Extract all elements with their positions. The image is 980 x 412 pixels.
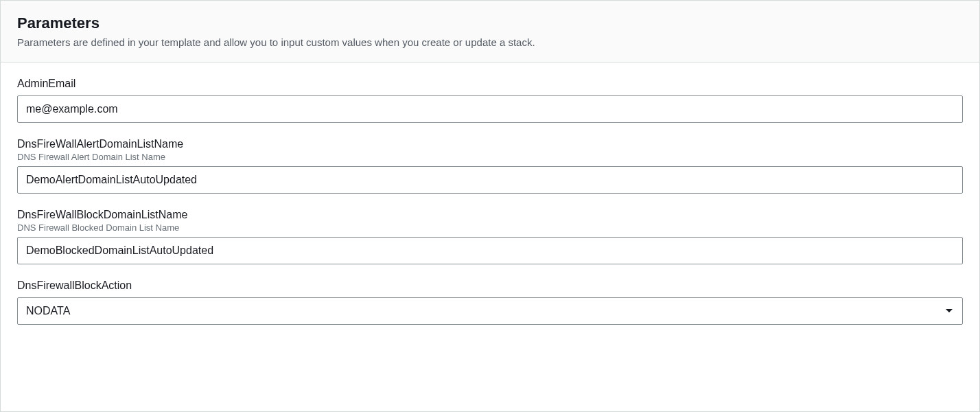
block-domain-list-hint: DNS Firewall Blocked Domain List Name — [17, 222, 963, 233]
alert-domain-list-label: DnsFireWallAlertDomainListName — [17, 138, 963, 150]
parameters-description: Parameters are defined in your template … — [17, 36, 963, 48]
alert-domain-list-hint: DNS Firewall Alert Domain List Name — [17, 152, 963, 162]
block-action-label: DnsFirewallBlockAction — [17, 279, 963, 292]
parameters-panel: Parameters Parameters are defined in you… — [0, 0, 980, 412]
field-admin-email: AdminEmail — [17, 78, 963, 123]
parameters-body: AdminEmail DnsFireWallAlertDomainListNam… — [1, 62, 979, 356]
admin-email-label: AdminEmail — [17, 78, 963, 90]
admin-email-input[interactable] — [17, 95, 963, 123]
block-domain-list-label: DnsFireWallBlockDomainListName — [17, 209, 963, 221]
alert-domain-list-input[interactable] — [17, 166, 963, 194]
parameters-title: Parameters — [17, 14, 963, 32]
field-block-domain-list: DnsFireWallBlockDomainListName DNS Firew… — [17, 209, 963, 264]
field-alert-domain-list: DnsFireWallAlertDomainListName DNS Firew… — [17, 138, 963, 194]
field-block-action: DnsFirewallBlockAction NODATA — [17, 279, 963, 325]
block-action-select[interactable]: NODATA — [17, 297, 963, 325]
parameters-header: Parameters Parameters are defined in you… — [1, 1, 979, 62]
block-domain-list-input[interactable] — [17, 237, 963, 264]
